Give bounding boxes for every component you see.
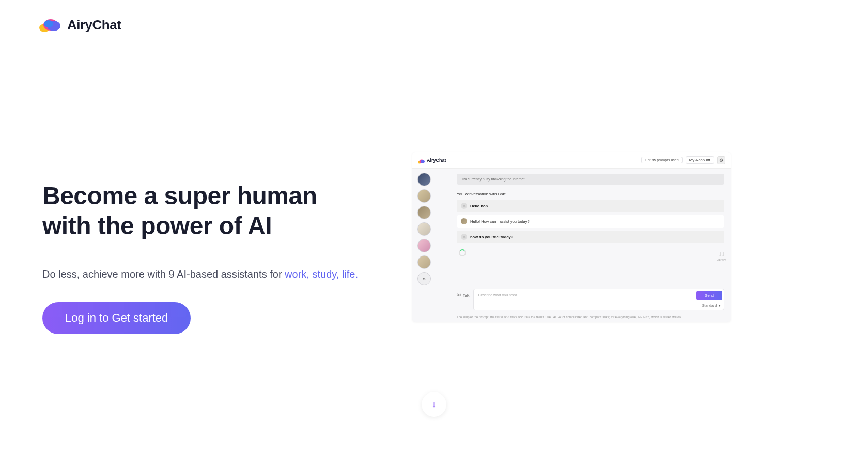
login-cta-button[interactable]: Log in to Get started	[42, 302, 191, 334]
hero-title-line2: with the power of AI	[42, 212, 272, 239]
status-bar: I'm currently busy browsing the internet…	[457, 174, 724, 185]
settings-icon[interactable]: ⚙	[717, 156, 725, 164]
message-text: Hello! How can I assist you today?	[470, 219, 530, 224]
preview-header-right: 1 of 95 prompts used My Account ⚙	[641, 156, 725, 164]
logo-icon	[37, 16, 62, 34]
svg-point-6	[421, 160, 425, 163]
assistant-avatar[interactable]	[417, 189, 431, 203]
account-button[interactable]: My Account	[686, 156, 714, 164]
preview-logo-icon	[417, 157, 425, 163]
assistant-avatar[interactable]	[417, 206, 431, 219]
chat-message-user: ☺ how do you feel today?	[457, 231, 724, 243]
chat-input-box[interactable]: Describe what you need Send Standard ▾	[473, 289, 724, 310]
assistant-avatar[interactable]	[417, 255, 431, 269]
microphone-icon[interactable]: ⁽ᵒ⁾	[457, 293, 461, 298]
preview-header: AiryChat 1 of 95 prompts used My Account…	[412, 152, 731, 169]
book-icon: ▯▯	[715, 250, 727, 257]
hero-section: Become a super human with the power of A…	[42, 181, 373, 334]
message-text: how do you feel today?	[470, 235, 513, 239]
assistant-avatar[interactable]	[417, 173, 431, 186]
prompts-used-badge: 1 of 95 prompts used	[641, 157, 683, 163]
app-preview: AiryChat 1 of 95 prompts used My Account…	[412, 152, 731, 322]
logo-text: AiryChat	[67, 17, 121, 33]
assistant-more-button[interactable]: »	[417, 272, 431, 285]
loading-spinner-icon	[459, 249, 466, 256]
hero-subtitle: Do less, achieve more with 9 AI-based as…	[42, 268, 373, 280]
scroll-down-button[interactable]: ↓	[422, 392, 446, 417]
model-select[interactable]: Standard ▾	[702, 304, 721, 308]
assistant-avatar[interactable]	[417, 239, 431, 252]
talk-label-wrap: ⁽ᵒ⁾ Talk	[457, 289, 469, 298]
chat-message-bot: Hello! How can I assist you today?	[457, 215, 724, 228]
hero-subtitle-prefix: Do less, achieve more with 9 AI-based as…	[42, 268, 285, 280]
footer-note: The simpler the prompt, the faster and m…	[457, 313, 724, 322]
assistant-sidebar: »	[412, 169, 436, 322]
preview-logo-text: AiryChat	[427, 158, 446, 163]
preview-body: » I'm currently busy browsing the intern…	[412, 169, 731, 322]
preview-logo: AiryChat	[417, 157, 446, 163]
bot-avatar-icon	[461, 218, 467, 224]
arrow-down-icon: ↓	[432, 399, 437, 410]
user-avatar-icon: ☺	[461, 203, 467, 209]
chat-input-area: ⁽ᵒ⁾ Talk Describe what you need Send Sta…	[457, 289, 724, 313]
library-label: Library	[717, 258, 726, 261]
chat-main: I'm currently busy browsing the internet…	[436, 169, 731, 322]
site-header: AiryChat	[37, 16, 121, 34]
hero-subtitle-highlight: work, study, life.	[285, 268, 358, 280]
hero-title: Become a super human with the power of A…	[42, 181, 373, 240]
library-tab[interactable]: ▯▯ Library	[715, 250, 727, 261]
message-text: Hello bob	[470, 204, 488, 208]
assistant-avatar[interactable]	[417, 222, 431, 236]
hero-title-line1: Become a super human	[42, 182, 317, 209]
conversation-label: You conversation with Bob:	[457, 192, 724, 197]
talk-label: Talk	[463, 294, 469, 297]
svg-point-3	[44, 20, 53, 27]
user-avatar-icon: ☺	[461, 234, 467, 240]
chat-input[interactable]: Describe what you need	[474, 289, 696, 303]
send-button[interactable]: Send	[696, 291, 722, 300]
chat-message-user: ☺ Hello bob	[457, 200, 724, 212]
